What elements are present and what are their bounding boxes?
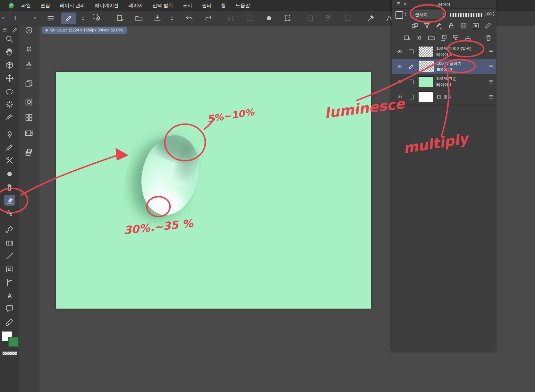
document-tab[interactable]: 일러스트* (2224 x 1668px 300dpi 62.8%) [42, 27, 127, 34]
tool-pencil[interactable] [4, 142, 15, 153]
crop-icon[interactable] [306, 14, 314, 22]
selection-border-icon[interactable] [344, 14, 352, 22]
lock-alpha-icon[interactable] [460, 22, 467, 30]
menu-page-manage[interactable]: 페이지 관리 [60, 3, 85, 9]
tool-pen[interactable] [4, 129, 15, 140]
canvas[interactable] [56, 72, 371, 309]
menu-filter[interactable]: 필터 [202, 3, 211, 9]
tool-auto-select[interactable] [4, 99, 15, 110]
paper-thumbnail[interactable] [418, 91, 433, 102]
subtool-materials[interactable] [23, 147, 34, 158]
tool-correct-line[interactable] [4, 317, 15, 328]
layer-visibility-icon[interactable] [396, 49, 403, 54]
collapse-left-icon[interactable]: « [2, 15, 4, 20]
layer-checkbox[interactable] [409, 49, 414, 54]
tool-decoration[interactable] [4, 182, 15, 193]
layer-row-selected[interactable]: 100 % 곱하기 레이어 3 ☰ [392, 59, 496, 74]
subtool-record[interactable]: R [23, 25, 34, 36]
subtool-shape[interactable] [23, 97, 34, 107]
duplicate-layer-icon[interactable] [440, 34, 447, 42]
clip-to-layer-icon[interactable] [472, 22, 480, 30]
layer-menu-icon[interactable]: ☰ [489, 64, 493, 69]
tool-fill[interactable] [4, 224, 15, 235]
layer-checkbox[interactable] [409, 80, 414, 84]
tool-figure[interactable] [4, 251, 15, 261]
divider-handle-icon[interactable]: ∥ [14, 15, 16, 20]
opacity-slider[interactable] [450, 13, 483, 17]
color-swatches[interactable] [2, 331, 19, 349]
tool-airbrush[interactable] [4, 168, 15, 179]
save-chevrons-icon[interactable] [169, 14, 175, 22]
redo-icon[interactable] [204, 14, 213, 22]
tool-text[interactable]: A [4, 290, 15, 301]
tool-frame[interactable] [4, 264, 15, 275]
edit-mode-button[interactable] [61, 13, 76, 24]
opacity-stepper-icon[interactable]: ▲▼ [492, 11, 495, 17]
open-file-icon[interactable] [135, 14, 143, 22]
combine-preview-icon[interactable] [411, 22, 419, 30]
layer-visibility-icon[interactable] [396, 79, 403, 84]
new-layer-settings-icon[interactable] [415, 34, 423, 42]
menu-help[interactable]: 도움말 [235, 3, 250, 9]
layer-menu-icon[interactable]: ☰ [489, 94, 493, 99]
workspace-menu-icon[interactable] [47, 14, 55, 22]
combine-mode-button[interactable] [395, 11, 403, 19]
layer-visibility-icon[interactable] [396, 94, 403, 99]
transform-icon[interactable] [284, 14, 292, 22]
layer-menu-icon[interactable]: ☰ [489, 49, 493, 54]
layer-visibility-icon[interactable] [396, 64, 403, 69]
subtool-stamp[interactable] [23, 60, 34, 71]
layer-thumbnail[interactable] [419, 61, 434, 72]
tool-blend[interactable] [4, 208, 15, 219]
menu-selection[interactable]: 선택 범위 [152, 3, 173, 9]
layer-filter-icon[interactable] [423, 22, 431, 30]
layer-row[interactable]: 100 % 더하기(발광) 레이어 2 ☰ [392, 44, 496, 59]
transparent-color-swatch[interactable] [3, 352, 17, 355]
tool-zoom[interactable] [4, 34, 15, 45]
reference-spiral-icon[interactable] [93, 14, 101, 22]
toolbar-menu-icon[interactable]: ☰ [3, 27, 7, 33]
layer-thumbnail[interactable] [418, 76, 433, 87]
transfer-down-icon[interactable] [452, 34, 460, 42]
new-layer-icon[interactable] [403, 34, 411, 42]
combine-chevrons-icon[interactable]: ▲▼ [404, 12, 408, 17]
layer-menu-icon[interactable]: ☰ [489, 79, 493, 84]
undo-icon[interactable] [185, 14, 193, 22]
new-folder-icon[interactable] [428, 34, 435, 42]
tool-eyedropper[interactable] [4, 112, 15, 123]
tool-selection[interactable] [4, 86, 15, 97]
layer-thumbnail[interactable] [418, 46, 433, 57]
menu-animation[interactable]: 애니메이션 [95, 3, 119, 9]
sub-color-swatch[interactable] [8, 337, 19, 347]
lock-layer-icon[interactable] [447, 22, 455, 30]
invert-selection-icon[interactable] [245, 14, 254, 22]
merge-down-icon[interactable] [464, 34, 472, 42]
menu-view[interactable]: 표시 [183, 3, 192, 9]
tool-ruler[interactable] [4, 277, 15, 288]
subtool-material-move[interactable] [23, 78, 34, 89]
save-icon[interactable] [153, 14, 162, 22]
menu-file[interactable]: 파일 [21, 3, 31, 9]
deselect-icon[interactable] [227, 14, 235, 22]
tool-brush[interactable] [4, 155, 15, 166]
menu-window[interactable]: 창 [221, 3, 226, 9]
subtool-settings[interactable] [23, 44, 34, 55]
selection-launcher-icon[interactable] [325, 14, 333, 22]
collapse-right-icon[interactable]: » [34, 15, 37, 20]
new-document-icon[interactable] [116, 14, 124, 22]
menu-layer[interactable]: 레이어 [128, 3, 143, 9]
layer-row[interactable]: 100 % 표준 레이어 1 ☰ [392, 74, 496, 89]
fill-selection-icon[interactable] [265, 14, 273, 22]
tool-switch-chevrons-icon[interactable] [80, 14, 86, 22]
paper-row[interactable]: 용지 ☰ [392, 89, 496, 105]
blend-mode-dropdown[interactable]: 곱하기 ▲▼ [411, 10, 447, 20]
menu-edit[interactable]: 편집 [40, 3, 50, 9]
tool-gradient[interactable] [4, 238, 15, 249]
delete-layer-icon[interactable] [485, 34, 492, 42]
tool-hand[interactable] [4, 47, 15, 57]
subtool-palette[interactable] [23, 112, 34, 123]
subtool-timeline[interactable] [23, 128, 34, 139]
pick-layer-icon[interactable] [435, 22, 443, 30]
layer-checkbox[interactable] [409, 95, 414, 99]
tool-operate[interactable] [4, 60, 15, 71]
